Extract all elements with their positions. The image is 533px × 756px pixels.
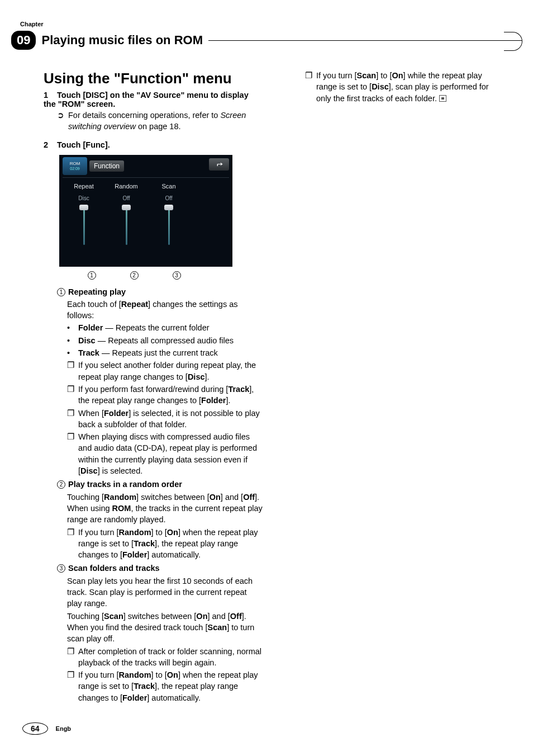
random-header: Random	[105, 183, 147, 190]
random-column[interactable]: Random Off	[105, 183, 147, 245]
item-3-p2: Touching [Scan] switches between [On] an…	[67, 611, 263, 645]
step-2: 2Touch [Func].	[44, 140, 263, 149]
item-2-title: Play tracks in a random order	[68, 479, 182, 490]
repeat-slider[interactable]	[83, 206, 85, 245]
page-content: Using the "Function" menu 1Touch [DISC] …	[44, 70, 501, 722]
item-1-opt-track: •Track — Repeats just the current track	[67, 347, 263, 358]
item-2-note-1: ❐If you turn [Random] to [On] when the r…	[67, 527, 263, 561]
callout-3: 3	[173, 271, 181, 280]
header-divider	[208, 40, 522, 41]
slider-knob[interactable]	[122, 205, 131, 210]
item-1-note-1: ❐If you select another folder during rep…	[67, 360, 263, 382]
language-code: Engb	[56, 725, 72, 732]
step-1-note: ➲ For details concerning operations, ref…	[57, 110, 263, 133]
scan-column[interactable]: Scan Off	[147, 183, 190, 245]
item-1-header: 1 Repeating play	[57, 286, 263, 297]
random-value: Off	[105, 195, 147, 201]
page-number: 64	[22, 722, 48, 735]
slider-knob[interactable]	[164, 205, 173, 210]
step-num-1: 1	[44, 91, 57, 100]
item-1-opt-folder: •Folder — Repeats the current folder	[67, 322, 263, 333]
step-1-note-text: For details concerning operations, refer…	[68, 110, 263, 133]
item-3-note-1: ❐After completion of track or folder sca…	[67, 646, 263, 669]
step-1: 1Touch [DISC] on the "AV Source" menu to…	[44, 91, 263, 108]
chapter-number-badge: 09	[11, 31, 36, 50]
chapter-header: 09 Playing music files on ROM	[11, 31, 522, 50]
item-1-note-4: ❐When playing discs with compressed audi…	[67, 431, 263, 476]
circled-2-icon: 2	[57, 480, 65, 489]
callout-row: 1 2 3	[59, 271, 232, 280]
disc-icon-label: ROM	[70, 162, 80, 166]
item-1-note-3: ❐When [Folder] is selected, it is not po…	[67, 408, 263, 431]
page-footer: 64 Engb	[22, 722, 71, 735]
step-2-text: Touch [Func].	[57, 140, 110, 149]
chapter-label: Chapter	[20, 21, 44, 27]
random-slider[interactable]	[126, 206, 127, 245]
scan-slider[interactable]	[168, 206, 170, 245]
repeat-column[interactable]: Repeat Disc	[63, 183, 105, 245]
circled-1-icon: 1	[57, 288, 65, 296]
item-3-header: 3 Scan folders and tracks	[57, 563, 263, 574]
goto-icon: ➲	[57, 110, 68, 121]
scan-header: Scan	[147, 183, 190, 190]
item-1-note-2: ❐If you perform fast forward/rewind duri…	[67, 384, 263, 407]
step-1-text: Touch [DISC] on the "AV Source" menu to …	[44, 91, 249, 108]
scan-value: Off	[147, 195, 190, 201]
slider-knob[interactable]	[79, 205, 88, 210]
back-arrow-icon: ↵	[216, 160, 223, 168]
circled-3-icon: 3	[57, 564, 65, 573]
item-2-body: Touching [Random] switches between [On] …	[67, 492, 263, 526]
item-1-opt-disc: •Disc — Repeats all compressed audio fil…	[67, 335, 263, 346]
function-menu-screenshot: ROM 02:09 Function ↵ Repeat Disc Random …	[59, 155, 232, 267]
item-3-p1: Scan play lets you hear the first 10 sec…	[67, 575, 263, 609]
chapter-title: Playing music files on ROM	[41, 33, 203, 48]
disc-time: 02:09	[70, 167, 80, 171]
item-3-note-3: ❐If you turn [Scan] to [On] while the re…	[305, 70, 501, 104]
end-block-icon	[439, 95, 446, 102]
item-3-title: Scan folders and tracks	[68, 563, 160, 574]
repeat-value: Disc	[63, 195, 105, 201]
section-title: Using the "Function" menu	[44, 70, 263, 87]
item-1-lead: Each touch of [Repeat] changes the setti…	[67, 299, 263, 322]
step-num-2: 2	[44, 140, 57, 149]
back-button[interactable]: ↵	[209, 158, 229, 171]
callout-2: 2	[130, 271, 139, 280]
disc-icon[interactable]: ROM 02:09	[63, 157, 87, 175]
callout-1: 1	[88, 271, 96, 280]
item-3-note-2: ❐If you turn [Random] to [On] when the r…	[67, 669, 263, 703]
repeat-header: Repeat	[63, 183, 105, 190]
item-1-title: Repeating play	[68, 286, 126, 297]
function-label: Function	[89, 160, 124, 172]
item-2-header: 2 Play tracks in a random order	[57, 479, 263, 490]
